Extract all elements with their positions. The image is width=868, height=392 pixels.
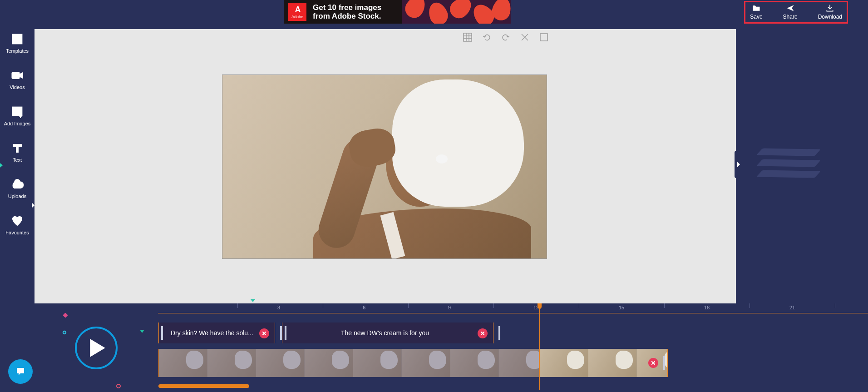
x-icon (651, 361, 655, 365)
layer-icon (756, 159, 821, 167)
decoration (63, 313, 68, 318)
layer-icon (756, 148, 821, 156)
share-button[interactable]: Share (783, 4, 798, 20)
sidebar-label: Add Images (4, 121, 31, 126)
ruler-tick: 15 (619, 305, 624, 310)
decoration (62, 330, 67, 335)
grid-icon (463, 33, 472, 42)
text-icon (10, 142, 24, 154)
chat-button[interactable] (8, 359, 33, 384)
redo-button[interactable] (501, 33, 510, 42)
clip-delete-button[interactable] (478, 328, 488, 338)
ruler-tick: 18 (704, 305, 710, 310)
share-label: Share (783, 14, 798, 20)
video-thumbnail (540, 349, 588, 377)
ruler-tick: 3 (277, 305, 280, 310)
ruler-tick: 9 (448, 305, 451, 310)
video-thumbnail (159, 349, 207, 377)
svg-rect-4 (12, 107, 22, 116)
video-thumbnail (499, 349, 539, 377)
ad-text: Get 10 free images from Adobe Stock. (313, 3, 381, 20)
left-sidebar: Templates Videos Add Images Text Uploads… (0, 24, 35, 305)
clip-delete-button[interactable] (259, 328, 269, 338)
clip-delete-button[interactable] (648, 358, 658, 368)
video-clip[interactable] (158, 349, 539, 377)
video-thumbnail (256, 349, 305, 377)
undo-icon (482, 33, 491, 42)
video-thumbnail (353, 349, 402, 377)
x-icon (262, 332, 266, 335)
sidebar-item-uploads[interactable]: Uploads (8, 178, 26, 199)
video-thumbnail (402, 349, 450, 377)
clip-handle-right[interactable] (663, 356, 665, 370)
share-icon (784, 4, 796, 13)
adobe-logo-icon: A Adobe (288, 3, 306, 21)
download-button[interactable]: Download (818, 4, 842, 20)
sidebar-item-videos[interactable]: Videos (10, 69, 25, 90)
ad-pattern (402, 0, 511, 24)
chevron-right-icon (736, 161, 741, 168)
timeline-scrollbar[interactable] (158, 384, 249, 388)
close-button[interactable] (520, 33, 529, 42)
clip-handle-left[interactable] (285, 326, 286, 340)
heart-icon (10, 214, 24, 227)
sidebar-label: Templates (6, 48, 29, 54)
layer-icon (756, 170, 821, 178)
redo-icon (501, 33, 510, 42)
sidebar-label: Videos (10, 84, 25, 90)
x-icon (481, 332, 484, 335)
sidebar-item-favourites[interactable]: Favourites (5, 214, 29, 235)
ad-banner[interactable]: A Adobe Get 10 free images from Adobe St… (284, 0, 511, 24)
sidebar-item-add-images[interactable]: Add Images (4, 105, 31, 126)
video-preview[interactable] (222, 74, 547, 259)
sidebar-item-templates[interactable]: Templates (6, 33, 29, 54)
play-icon (89, 339, 106, 357)
play-area (35, 303, 158, 392)
canvas-toolbar (463, 33, 548, 42)
sidebar-label: Uploads (8, 194, 26, 199)
layers-button[interactable] (759, 145, 818, 186)
video-thumbnail (305, 349, 353, 377)
text-track: Dry skin? We have the solu... The new DW… (158, 323, 868, 344)
folder-icon (750, 4, 762, 13)
decoration (140, 330, 144, 333)
ruler-tick: 6 (363, 305, 365, 310)
clip-handle-right[interactable] (498, 326, 500, 340)
templates-icon (10, 33, 24, 45)
text-clip-label: The new DW's cream is for you (341, 329, 429, 337)
text-clip[interactable]: Dry skin? We have the solu... (158, 323, 275, 343)
svg-rect-15 (540, 34, 547, 41)
clip-handle-left[interactable] (161, 326, 163, 340)
right-panel-expand-button[interactable] (735, 151, 743, 178)
undo-button[interactable] (482, 33, 491, 42)
svg-rect-3 (12, 72, 19, 79)
chat-icon (15, 366, 26, 377)
videos-icon (10, 69, 24, 82)
fullscreen-button[interactable] (539, 33, 548, 42)
uploads-icon (10, 178, 24, 191)
video-thumbnail (207, 349, 256, 377)
grid-button[interactable] (463, 33, 472, 42)
top-actions-highlight: Save Share Download (744, 1, 848, 24)
sidebar-active-indicator (0, 163, 3, 168)
download-label: Download (818, 14, 842, 20)
close-icon (520, 33, 529, 42)
sidebar-label: Favourites (5, 230, 29, 235)
video-thumbnail (450, 349, 499, 377)
download-icon (824, 4, 836, 13)
video-track (158, 349, 868, 377)
ruler-tick: 21 (789, 305, 795, 310)
save-button[interactable]: Save (750, 4, 762, 20)
dropdown-marker-icon (251, 299, 255, 302)
timeline-ruler[interactable]: 3 6 9 12 15 18 21 24 (158, 303, 868, 313)
timeline: 3 6 9 12 15 18 21 24 Dry skin? We have t… (35, 303, 868, 392)
svg-rect-8 (464, 33, 472, 41)
sidebar-item-text[interactable]: Text (10, 142, 24, 163)
video-clip[interactable] (539, 349, 668, 377)
square-icon (539, 33, 548, 42)
text-clip[interactable]: The new DW's cream is for you (282, 323, 493, 343)
add-images-icon (10, 105, 24, 118)
canvas-area (35, 29, 736, 303)
play-button[interactable] (75, 327, 118, 369)
sidebar-label: Text (13, 157, 22, 163)
